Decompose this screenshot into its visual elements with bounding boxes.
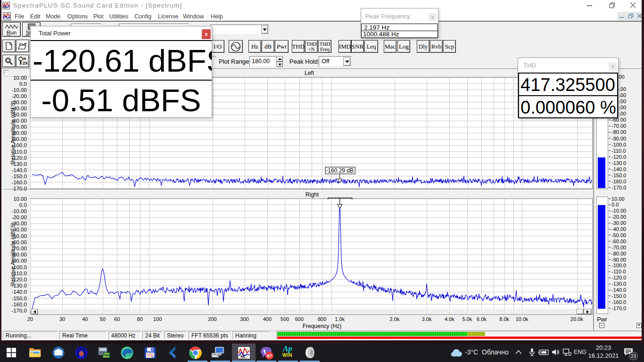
tray-network-icon[interactable] [562, 348, 571, 356]
keyboard-app-icon [98, 347, 111, 359]
tray-battery-icon[interactable] [538, 349, 549, 355]
taskbar-volume-app-button[interactable] [303, 346, 316, 359]
apwin-ap-label: Ap [283, 344, 292, 354]
blue-chevron-icon [167, 346, 178, 359]
tray-weather-label[interactable]: Облачно [482, 349, 509, 356]
tray-temperature[interactable]: -3°C [465, 349, 478, 356]
marker-label-text: -160.29 dB [326, 167, 354, 174]
viber-badge-count: 67 [267, 353, 272, 358]
tray-chevron-up-icon[interactable] [515, 350, 522, 354]
thd-close-button[interactable]: x [609, 62, 617, 70]
collapse-box[interactable]: - [4, 70, 8, 75]
desktop-bottom-strip [0, 340, 644, 344]
status-cell-6: Hanning [232, 331, 270, 339]
peak-frequency-left-row: 2.197 Hz [361, 24, 438, 31]
bottom-meter-bar [598, 205, 605, 309]
viber-badge: 67 [265, 352, 273, 360]
status-cell-1: Real Time [59, 331, 107, 339]
weather-cloud-icon[interactable] [450, 347, 462, 357]
spectraplus-sc-label: SC [240, 354, 247, 359]
status-cell-5: FFT 65536 pts [189, 331, 231, 339]
taskbar-chrome-button[interactable] [189, 346, 202, 359]
taskbar-chevron-app-button[interactable] [166, 346, 179, 359]
top-meter-bar [598, 157, 605, 189]
x-axis-caption: Frequency (Hz) [283, 323, 361, 329]
pwr-label: Pwr [595, 316, 609, 323]
peak-frequency-window[interactable]: Peak Frequency x 2.197 Hz 1000.488 Hz [361, 8, 438, 38]
total-power-window[interactable]: Total Power x -120.61 dBFS -0.51 dBFS [30, 26, 212, 118]
arrow-left-icon [33, 310, 36, 313]
status-cell-4: Stereo [164, 331, 187, 339]
tray-volume-icon[interactable] [552, 348, 560, 356]
total-power-right-row: -0.51 dBFS [31, 80, 212, 118]
desktop-right-edge [642, 0, 644, 340]
total-power-title: Total Power [39, 30, 71, 37]
plot-scroll-right-button[interactable] [584, 309, 592, 314]
taskbar-audacity-button[interactable] [74, 346, 88, 359]
tray-notification-count: 23 [631, 354, 636, 359]
meter-collapse-glyph: - [600, 323, 604, 327]
speaker-app-icon [304, 346, 316, 359]
total-power-titlebar[interactable]: Total Power x [31, 26, 212, 40]
plot-scroll-left-button[interactable] [31, 309, 38, 314]
level-meter-left-tail [467, 332, 485, 336]
close-icon: x [431, 15, 434, 20]
level-meter-right-red [277, 337, 642, 339]
edge-icon [121, 346, 133, 359]
plot-scroll-track[interactable] [38, 309, 577, 314]
tray-microphone-icon[interactable] [529, 348, 535, 357]
total-power-left-row: -120.61 dBFS [31, 40, 212, 80]
taskbar-viber-button[interactable]: 67 [259, 346, 272, 359]
tray-clock-date[interactable]: 16.12.2021 [587, 352, 619, 359]
total-power-close-button[interactable]: x [202, 29, 211, 39]
peak-frequency-titlebar[interactable]: Peak Frequency x [361, 8, 438, 24]
marker-arrow [338, 205, 342, 209]
thd-value-row: 417.325500 [518, 73, 618, 96]
thd-title: THD [523, 62, 536, 69]
thd-window[interactable]: THD x 417.325500 0.000060 % [518, 58, 619, 118]
arrow-right-icon [586, 310, 589, 313]
thd-value: 417.325500 [520, 75, 615, 95]
taskbar-apwin-button[interactable]: Ap WIN [281, 346, 295, 359]
status-cell-0: Running... [3, 331, 58, 339]
spectraplus-icon: SC [238, 346, 250, 359]
peak-frequency-right-row: 1000.488 Hz [361, 31, 438, 38]
peak-frequency-right-value: 1000.488 Hz [363, 31, 399, 38]
taskbar-keyboard-app-button[interactable] [98, 346, 111, 359]
tray-clock-time[interactable]: 20:23 [587, 344, 619, 351]
thd-titlebar[interactable]: THD x [518, 58, 618, 73]
taskbar-explorer-button[interactable] [28, 346, 41, 359]
thd-percent: 0.000060 % [520, 98, 616, 118]
taskbar-edge-button[interactable] [120, 346, 133, 359]
taskbar-spectraplus-button[interactable]: SC [237, 346, 250, 359]
plot-scroll-thumb[interactable] [577, 309, 584, 314]
windows-start-icon [7, 348, 16, 357]
desktop-left-edge [0, 0, 1, 340]
taskbar-thunderbird-button[interactable] [52, 346, 65, 359]
apwin-win-label: WIN [282, 353, 292, 358]
peak-frequency-title: Peak Frequency [365, 13, 410, 20]
total-power-left-value: -120.61 dBFS [33, 42, 212, 79]
status-cell-2: 48000 Hz [108, 331, 141, 339]
peak-frequency-close-button[interactable]: x [429, 13, 437, 21]
devices-app-icon [211, 346, 224, 359]
apwin-icon: Ap WIN [281, 346, 295, 359]
spectrum-trace-left [32, 173, 592, 188]
meter-collapse-box[interactable]: - [599, 323, 604, 328]
tray-notification-badge: 23 [629, 352, 638, 360]
close-icon: x [205, 31, 207, 37]
collapse-glyph: - [4, 71, 8, 74]
chrome-icon [189, 346, 202, 359]
screen: M SpectraPLUS-SC Sound Card Edition - [S… [0, 0, 644, 362]
taskbar-start-button[interactable] [5, 346, 18, 359]
close-icon: x [611, 64, 614, 69]
meter-expand-box[interactable]: + [636, 323, 642, 328]
taskbar-devices-app-button[interactable] [211, 346, 224, 359]
tray-language[interactable]: ENG [574, 349, 586, 356]
total-power-right-value: -0.51 dBFS [31, 82, 212, 118]
meter-expand-glyph: + [637, 323, 641, 327]
peak-frequency-left-value: 2.197 Hz [364, 24, 389, 31]
taskbar-floppy-app-button[interactable]: 51 [143, 346, 157, 359]
floppy-label: 51 [151, 355, 154, 358]
floppy-icon: 51 [144, 347, 156, 359]
